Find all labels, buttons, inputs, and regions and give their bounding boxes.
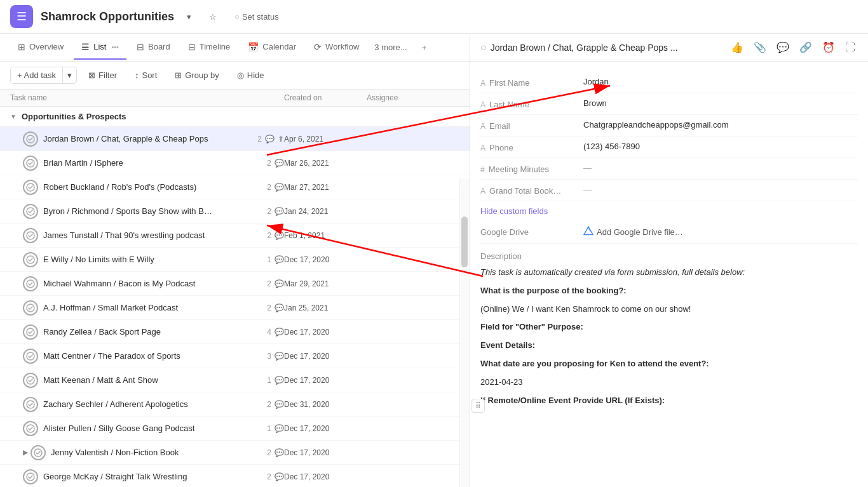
col-created-on: Created on	[284, 93, 367, 102]
task-check[interactable]	[23, 397, 38, 412]
scrollbar-track[interactable]	[459, 178, 470, 487]
task-check[interactable]	[23, 204, 38, 219]
calendar-icon: 📅	[248, 42, 259, 52]
text-field-icon-3: A	[480, 122, 485, 131]
tab-board[interactable]: ⊟ Board	[129, 36, 178, 60]
field-value-email[interactable]: Chatgrappleandcheappops@gmail.com	[583, 120, 858, 130]
number-field-icon: #	[480, 165, 485, 174]
link-btn[interactable]: 🔗	[797, 40, 815, 55]
reminder-btn[interactable]: ⏰	[820, 40, 837, 55]
task-row[interactable]: ▶ Jenny Valentish / Non-Fiction Book 2 💬…	[0, 441, 470, 465]
fullscreen-btn[interactable]: ⛶	[843, 40, 858, 55]
task-check[interactable]	[31, 445, 46, 460]
task-check[interactable]	[23, 156, 38, 171]
title-dropdown-btn[interactable]: ▾	[182, 10, 196, 24]
comment-count: 2	[267, 183, 271, 192]
task-check[interactable]	[23, 180, 38, 195]
description-content[interactable]: This task is automatically created via f…	[480, 266, 858, 407]
add-google-drive-btn[interactable]: Add Google Drive file…	[583, 226, 683, 238]
task-row[interactable]: Alister Pullen / Silly Goose Gang Podcas…	[0, 417, 470, 441]
task-check[interactable]	[23, 252, 38, 267]
add-task-dropdown-btn[interactable]: ▾	[63, 67, 76, 83]
sort-btn[interactable]: ↕ Sort	[128, 67, 163, 83]
tab-workflow[interactable]: ⟳ Workflow	[306, 36, 367, 60]
description-section: Description This task is automatically c…	[480, 244, 858, 420]
comment-count: 2	[267, 304, 271, 312]
group-by-btn[interactable]: ⊞ Group by	[168, 67, 225, 83]
tab-timeline[interactable]: ⊟ Timeline	[180, 36, 238, 60]
task-meta: 1 💬	[267, 424, 284, 433]
task-row[interactable]: Brian Martin / iSphere 2 💬 Mar 26, 2021	[0, 151, 470, 175]
tab-more[interactable]: 3 more...	[369, 36, 412, 58]
add-task-main-btn[interactable]: + Add task	[11, 67, 63, 83]
field-value-first-name[interactable]: Jordan	[583, 77, 858, 86]
tab-list[interactable]: ☰ List •••	[74, 36, 126, 60]
comment-icon: 💬	[275, 183, 284, 192]
list-icon: ☰	[81, 42, 90, 52]
thumbs-up-btn[interactable]: 👍	[728, 40, 746, 55]
list-ellipsis: •••	[111, 43, 119, 51]
comment-count: 2	[267, 472, 271, 481]
comment-icon: 💬	[275, 159, 284, 168]
task-row[interactable]: Randy Zellea / Back Sport Page 4 💬 Dec 1…	[0, 320, 470, 344]
comment-icon: 💬	[275, 352, 284, 361]
text-field-icon: A	[480, 79, 485, 88]
task-name: Randy Zellea / Back Sport Page	[43, 327, 263, 337]
task-name: Michael Wahmann / Bacon is My Podcast	[43, 279, 263, 288]
field-value-phone[interactable]: (123) 456-7890	[583, 142, 858, 151]
task-date: Mar 27, 2021	[284, 183, 367, 192]
task-check[interactable]	[23, 300, 38, 316]
task-check[interactable]	[23, 349, 38, 364]
field-label-grand-total: A Grand Total Book…	[480, 185, 576, 196]
comment-btn[interactable]: 💬	[774, 40, 792, 55]
scrollbar-thumb[interactable]	[461, 217, 468, 267]
comment-count: 1	[267, 424, 271, 433]
task-date: Dec 31, 2020	[284, 400, 367, 409]
table-header: Task name Created on Assignee	[0, 90, 470, 107]
task-row[interactable]: E Willy / No Limits with E Willy 1 💬 Dec…	[0, 248, 470, 272]
hide-btn[interactable]: ◎ Hide	[231, 67, 271, 83]
filter-btn[interactable]: ⊠ Filter	[82, 67, 123, 83]
app-icon[interactable]: ☰	[10, 5, 33, 28]
set-status-btn[interactable]: ○ Set status	[229, 10, 284, 24]
add-task-btn[interactable]: + Add task ▾	[10, 67, 77, 84]
task-date: Mar 26, 2021	[284, 159, 367, 168]
field-label-email: A Email	[480, 120, 576, 131]
tab-overview[interactable]: ⊞ Overview	[10, 36, 71, 60]
task-name: Byron / Richmond / Sports Bay Show with …	[43, 206, 263, 216]
task-row[interactable]: Byron / Richmond / Sports Bay Show with …	[0, 199, 470, 223]
field-value-last-name[interactable]: Brown	[583, 98, 858, 108]
attachment-btn[interactable]: 📎	[751, 40, 769, 55]
task-date: Dec 17, 2020	[284, 376, 367, 385]
answer4: 2021-04-23	[480, 376, 858, 389]
star-btn[interactable]: ☆	[204, 10, 222, 24]
task-name: Robert Buckland / Rob's Pod's (Podcasts)	[43, 182, 263, 192]
task-row[interactable]: Matt Keenan / Matt & Ant Show 1 💬 Dec 17…	[0, 368, 470, 392]
task-row[interactable]: A.J. Hoffman / Small Market Podcast 2 💬 …	[0, 296, 470, 320]
field-value-meeting-minutes[interactable]: —	[583, 163, 858, 173]
group-header-opportunities[interactable]: ▼ Opportunities & Prospects	[0, 107, 470, 127]
tab-calendar[interactable]: 📅 Calendar	[240, 36, 304, 60]
task-row[interactable]: Zachary Sechler / Adherent Apologetics 2…	[0, 392, 470, 417]
task-row[interactable]: Jordan Brown / Chat, Grapple & Cheap Pop…	[0, 127, 470, 151]
comment-count: 2	[267, 159, 271, 168]
task-check[interactable]	[23, 324, 38, 340]
comment-icon: 💬	[275, 231, 284, 240]
add-view-btn[interactable]: ＋	[415, 36, 433, 60]
task-row[interactable]: Robert Buckland / Rob's Pod's (Podcasts)…	[0, 175, 470, 199]
task-check[interactable]	[23, 469, 38, 484]
task-check[interactable]	[23, 131, 38, 147]
overview-icon: ⊞	[18, 42, 25, 52]
task-row[interactable]: James Tunstall / That 90's wrestling pod…	[0, 223, 470, 248]
task-meta: 1 💬	[267, 376, 284, 385]
hide-custom-fields-btn[interactable]: Hide custom fields	[480, 201, 548, 221]
task-check[interactable]	[23, 421, 38, 436]
task-row[interactable]: Matt Centner / The Paradox of Sports 3 💬…	[0, 344, 470, 368]
task-check[interactable]	[23, 373, 38, 388]
task-check[interactable]	[23, 228, 38, 243]
task-row[interactable]: George McKay / Straight Talk Wrestling 2…	[0, 465, 470, 487]
task-check[interactable]	[23, 276, 38, 291]
task-row[interactable]: Michael Wahmann / Bacon is My Podcast 2 …	[0, 272, 470, 296]
drag-handle-btn[interactable]: ⠿	[471, 399, 485, 413]
field-value-grand-total[interactable]: —	[583, 185, 858, 194]
